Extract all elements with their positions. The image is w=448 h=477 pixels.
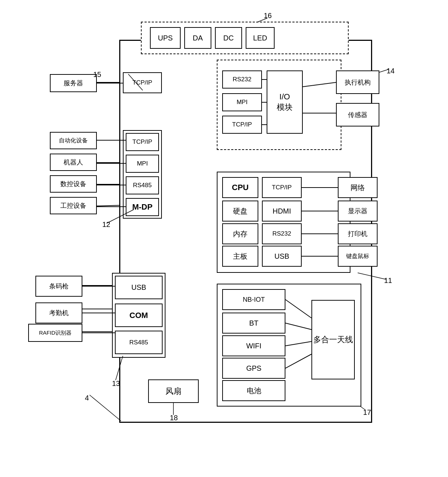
da-box: DA [184, 27, 211, 49]
label-15: 15 [93, 70, 101, 79]
battery-label: 电池 [247, 386, 261, 396]
gps-label: GPS [246, 364, 261, 373]
rs485-1-label: RS485 [133, 182, 152, 189]
mdp-label: M-DP [132, 202, 152, 212]
rs232-1-label: RS232 [233, 76, 251, 83]
label-14: 14 [387, 67, 395, 75]
hdd-label: 硬盘 [233, 206, 247, 216]
label-4: 4 [85, 394, 89, 402]
sensor-box: 传感器 [336, 103, 379, 126]
usb1-label: USB [274, 252, 289, 261]
label-12: 12 [102, 220, 110, 229]
barcode-box: 条码枪 [35, 276, 82, 297]
robot-box: 机器人 [50, 154, 97, 171]
nb-iot-label: NB-IOT [243, 296, 265, 304]
diagram: UPS DA DC LED 16 服务器 TCP/IP 15 TCP/IP MP… [0, 0, 448, 477]
execute-box: 执行机构 [336, 70, 379, 94]
mainboard-box: 主板 [222, 246, 258, 267]
mem-box: 内存 [222, 223, 258, 244]
wifi-box: WIFI [222, 335, 285, 356]
rfid-box: RAFID识别器 [28, 324, 82, 342]
hdmi-box: HDMI [262, 201, 302, 222]
usb1-box: USB [262, 246, 302, 267]
antenna-box: 多合一天线 [311, 300, 355, 379]
tcpip2-box: TCP/IP [222, 116, 262, 134]
mpi1-box: MPI [222, 93, 262, 111]
printer-box: 打印机 [338, 223, 378, 244]
usb2-box: USB [115, 276, 163, 299]
automation-label: 自动化设备 [59, 137, 88, 145]
mem-label: 内存 [233, 229, 247, 239]
mdp-box: M-DP [126, 198, 159, 216]
ups-box: UPS [150, 27, 181, 49]
label-13: 13 [112, 379, 120, 388]
server-label: 服务器 [64, 79, 83, 87]
printer-label: 打印机 [348, 229, 367, 238]
antenna-label: 多合一天线 [313, 334, 353, 345]
network-label: 网络 [350, 183, 365, 193]
rs232-2-label: RS232 [272, 230, 291, 237]
rs232-2-box: RS232 [262, 223, 302, 244]
tcpip2-label: TCP/IP [232, 121, 252, 128]
svg-line-52 [90, 395, 121, 421]
bt-label: BT [249, 319, 259, 327]
label-16: 16 [264, 12, 272, 20]
mpi2-label: MPI [137, 160, 148, 167]
wifi-label: WIFI [246, 342, 261, 350]
server-box: 服务器 [50, 74, 97, 92]
gps-box: GPS [222, 358, 285, 379]
keyboard-box: 键盘鼠标 [338, 246, 378, 267]
monitor-box: 显示器 [338, 201, 378, 222]
label-18: 18 [170, 414, 178, 422]
bt-box: BT [222, 313, 285, 334]
usb2-label: USB [131, 283, 146, 292]
battery-box: 电池 [222, 380, 285, 401]
rs485-1-box: RS485 [126, 176, 159, 194]
cnc-label: 数控设备 [60, 180, 86, 188]
cpu-box: CPU [222, 177, 258, 198]
cpu-label: CPU [232, 183, 249, 192]
mpi2-box: MPI [126, 155, 159, 173]
com-label: COM [129, 311, 148, 320]
nb-iot-box: NB-IOT [222, 289, 285, 310]
rs232-1-box: RS232 [222, 70, 262, 89]
ups-label: UPS [158, 34, 173, 42]
execute-label: 执行机构 [345, 78, 371, 87]
label-11: 11 [384, 276, 392, 285]
monitor-label: 显示器 [348, 207, 367, 215]
io-module-box: I/O 模块 [267, 70, 303, 134]
da-label: DA [193, 34, 203, 42]
rs485-2-box: RS485 [115, 331, 163, 354]
tcpip1-label: TCP/IP [133, 79, 152, 86]
attendance-box: 考勤机 [35, 302, 82, 323]
hdd-box: 硬盘 [222, 201, 258, 222]
tcpip3-box: TCP/IP [126, 133, 159, 151]
keyboard-label: 键盘鼠标 [346, 253, 369, 260]
mpi1-label: MPI [237, 99, 247, 106]
io-module-label: I/O 模块 [277, 92, 293, 112]
label-17: 17 [363, 408, 371, 417]
cnc-box: 数控设备 [50, 175, 97, 193]
tcpip4-box: TCP/IP [262, 177, 302, 198]
rs485-2-label: RS485 [129, 339, 148, 346]
tcpip1-box: TCP/IP [123, 72, 162, 93]
rfid-label: RAFID识别器 [39, 330, 72, 336]
industrial-label: 工控设备 [60, 201, 86, 210]
hdmi-label: HDMI [272, 207, 291, 215]
sensor-label: 传感器 [348, 111, 367, 119]
fan-label: 风扇 [165, 386, 181, 397]
tcpip4-label: TCP/IP [272, 184, 292, 191]
fan-box: 风扇 [148, 379, 199, 403]
network-box: 网络 [338, 177, 378, 198]
tcpip3-label: TCP/IP [133, 138, 152, 146]
dc-box: DC [215, 27, 242, 49]
attendance-label: 考勤机 [49, 309, 69, 317]
dc-label: DC [223, 34, 234, 42]
mainboard-label: 主板 [233, 252, 247, 261]
com-box: COM [115, 304, 163, 327]
robot-label: 机器人 [64, 158, 83, 167]
industrial-box: 工控设备 [50, 197, 97, 214]
led-box: LED [246, 27, 275, 49]
barcode-label: 条码枪 [49, 282, 69, 291]
led-label: LED [253, 34, 267, 42]
